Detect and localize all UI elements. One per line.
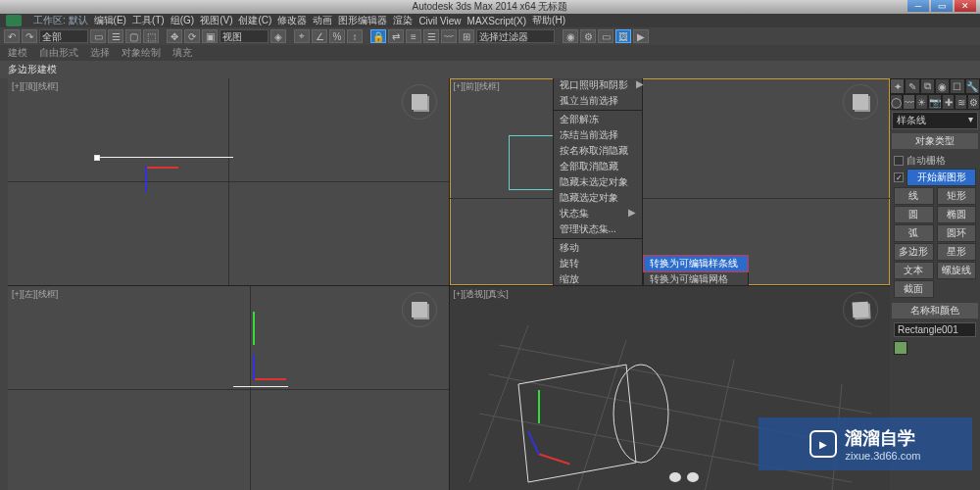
ctx-item[interactable]: 视口照明和阴影▶ [554,78,642,93]
ribbon-modeling[interactable]: 建模 [8,46,27,60]
motion-tab[interactable]: ◉ [935,78,950,94]
menu-view[interactable]: 视图(V) [200,14,232,27]
menu-grapheditors[interactable]: 图形编辑器 [338,14,387,27]
viewcube-left[interactable] [402,292,437,327]
ctx-item[interactable]: 旋转 [554,256,642,271]
text-button[interactable]: 文本 [894,262,934,279]
viewport-left[interactable]: [+][左][线框] [8,286,449,491]
render-button[interactable]: 🖼 [615,29,631,43]
spacewarps-subtab[interactable]: ≋ [955,94,967,110]
render-last-button[interactable]: ▶ [633,29,649,43]
menu-edit[interactable]: 编辑(E) [94,14,126,27]
percent-snap-button[interactable]: % [329,29,345,43]
star-button[interactable]: 星形 [937,243,977,261]
ctx-item[interactable]: 隐藏未选定对象 [554,174,642,190]
start-shape-button[interactable]: 开始新图形 [906,169,976,186]
viewport-top-label[interactable]: [+][顶][线框] [12,80,58,93]
viewport-top[interactable]: [+][顶][线框] [8,78,449,285]
ctx-convert-spline[interactable]: 转换为可编辑样条线 [644,256,748,271]
ctx-item[interactable]: 状态集▶ [554,206,642,221]
viewport-front-label[interactable]: [+][前][线框] [454,80,500,93]
schematic-button[interactable]: ⊞ [459,29,474,43]
redo-button[interactable]: ↷ [22,29,37,43]
ctx-item[interactable]: 按名称取消隐藏 [554,143,642,159]
select-name-button[interactable]: ☰ [108,29,123,43]
close-button[interactable]: ✕ [955,0,976,12]
helpers-subtab[interactable]: ✚ [942,94,955,110]
ctx-convert-mesh[interactable]: 转换为可编辑网格 [644,271,748,285]
menu-render[interactable]: 渲染 [393,14,413,27]
menu-create[interactable]: 创建(C) [238,14,271,27]
minimize-button[interactable]: ─ [907,0,929,12]
render-setup-button[interactable]: ⚙ [580,29,596,43]
ribbon-populate[interactable]: 填充 [172,46,192,60]
ctx-item[interactable]: 移动 [554,240,642,256]
angle-snap-button[interactable]: ∠ [312,29,327,43]
systems-subtab[interactable]: ⚙ [967,94,980,110]
ref-coord-system[interactable]: 视图 [220,29,269,43]
hierarchy-tab[interactable]: ⧉ [920,78,935,94]
selection-filter[interactable]: 全部 [39,29,88,43]
viewcube-front[interactable] [843,84,878,120]
select-object-button[interactable]: ▭ [90,29,106,43]
menu-help[interactable]: 帮助(H) [532,14,565,27]
render-frame-button[interactable]: ▭ [598,29,613,43]
create-tab[interactable]: ✦ [890,78,905,94]
menu-group[interactable]: 组(G) [171,14,194,27]
circle-button[interactable]: 圆 [894,206,934,223]
object-color-swatch[interactable] [894,341,907,355]
maximize-button[interactable]: ▭ [931,0,953,12]
move-button[interactable]: ✥ [167,29,182,43]
rectangle-button[interactable]: 矩形 [937,187,977,205]
named-sel-set[interactable]: 选择过滤器 [476,29,555,43]
modify-tab[interactable]: ✎ [905,78,919,94]
left-scroll[interactable] [0,78,8,490]
select-region-button[interactable]: ▢ [125,29,141,43]
arc-button[interactable]: 弧 [894,224,934,242]
geometry-subtab[interactable]: ◯ [890,94,903,110]
helix-button[interactable]: 螺旋线 [937,262,977,279]
object-name-input[interactable] [894,322,976,337]
menu-animation[interactable]: 动画 [313,14,332,27]
menu-tools[interactable]: 工具(T) [132,14,165,27]
layer-button[interactable]: ☰ [423,29,439,43]
ctx-item[interactable]: 全部取消隐藏 [554,159,642,174]
ngon-button[interactable]: 多边形 [894,243,934,261]
cameras-subtab[interactable]: 📷 [928,94,942,110]
section-button[interactable]: 截面 [894,280,934,298]
ctx-item[interactable]: 冻结当前选择 [554,127,642,143]
ribbon-objectpaint[interactable]: 对象绘制 [122,46,161,60]
ctx-item[interactable]: 缩放 [554,271,642,285]
viewport-left-label[interactable]: [+][左][线框] [12,288,58,301]
viewcube-persp[interactable] [843,292,878,327]
nav-controls[interactable] [669,472,699,482]
ellipse-button[interactable]: 椭圆 [937,206,977,223]
viewcube-top[interactable] [402,84,437,120]
undo-button[interactable]: ↶ [4,29,20,43]
ctx-item[interactable]: 孤立当前选择 [554,93,642,109]
workspace-label[interactable]: 工作区: 默认 [33,14,88,27]
material-editor-button[interactable]: ◉ [563,29,578,43]
app-menu-button[interactable] [6,15,22,26]
autogrid-checkbox[interactable] [894,156,904,166]
viewport-front[interactable]: [+][前][线框] 视口照明和阴影▶ 孤立当前选择 全部解冻 冻结当前选择 按… [450,78,891,285]
startshape-checkbox[interactable] [894,172,904,182]
ribbon-selection[interactable]: 选择 [90,46,110,60]
lights-subtab[interactable]: ☀ [915,94,928,110]
namecolor-rollout[interactable]: 名称和颜色 [892,303,978,318]
line-button[interactable]: 线 [894,187,934,205]
ctx-item[interactable]: 隐藏选定对象 [554,190,642,206]
menu-modifiers[interactable]: 修改器 [277,14,307,27]
display-tab[interactable]: ☐ [950,78,964,94]
viewport-persp-label[interactable]: [+][透视][真实] [454,288,509,301]
ctx-item[interactable]: 管理状态集... [554,221,642,237]
objtype-rollout[interactable]: 对象类型 [892,133,978,149]
menu-civilview[interactable]: Civil View [418,16,461,26]
ribbon-freeform[interactable]: 自由形式 [39,46,78,60]
utilities-tab[interactable]: 🔧 [965,78,980,94]
menu-maxscript[interactable]: MAXScript(X) [467,16,527,26]
selection-lock-button[interactable]: 🔒 [370,29,386,43]
ctx-item[interactable]: 全部解冻 [554,112,642,127]
pivot-button[interactable]: ◈ [270,29,286,43]
shapes-subtab[interactable]: 〰 [903,94,915,110]
